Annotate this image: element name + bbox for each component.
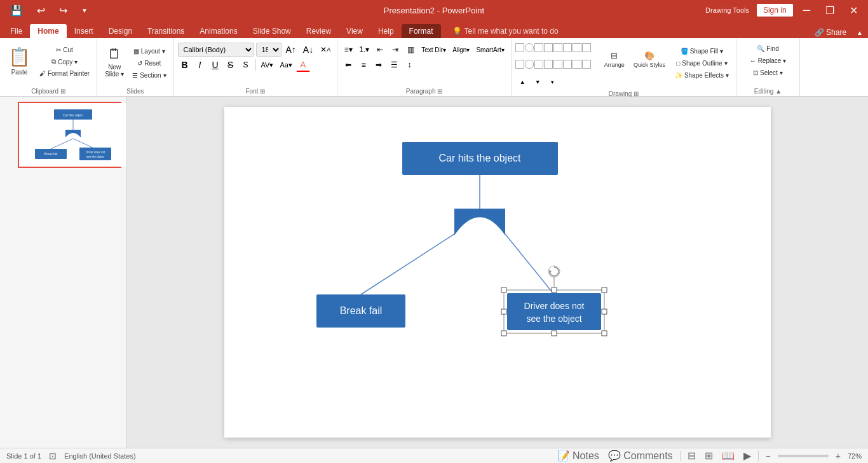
minimize-btn[interactable]: ─	[798, 3, 815, 17]
tab-help[interactable]: Help	[370, 24, 402, 38]
line-spacing-btn[interactable]: ↕	[402, 58, 416, 72]
slide-sorter-btn[interactable]: ⊞	[703, 450, 715, 462]
notes-btn[interactable]: 📝 Notes	[555, 450, 601, 462]
layout-btn[interactable]: ▦ Layout ▾	[129, 46, 169, 57]
columns-btn[interactable]: ▥	[403, 43, 417, 57]
shape-penta[interactable]	[573, 60, 581, 69]
zoom-slider[interactable]	[778, 455, 829, 457]
redo-btn[interactable]: ↪	[54, 3, 72, 18]
customize-btn[interactable]: ▼	[76, 6, 93, 15]
handle-br[interactable]	[602, 331, 607, 336]
handle-tr[interactable]	[602, 287, 607, 293]
tab-transitions[interactable]: Transitions	[140, 24, 192, 38]
handle-bm[interactable]	[552, 331, 557, 336]
shape-fill-btn[interactable]: 🪣 Shape Fill ▾	[672, 46, 732, 57]
numbering-btn[interactable]: 1.▾	[356, 43, 372, 57]
tab-animations[interactable]: Animations	[192, 24, 245, 38]
shape-arrow[interactable]	[573, 43, 581, 52]
underline-btn[interactable]: U	[208, 58, 222, 72]
shape-dia[interactable]	[563, 60, 572, 69]
strikethrough-btn[interactable]: S	[224, 58, 238, 72]
shape-c1[interactable]	[582, 60, 591, 69]
shape-rect[interactable]	[515, 43, 524, 52]
paste-btn[interactable]: 📋Paste	[4, 42, 35, 80]
justify-btn[interactable]: ☰	[387, 58, 401, 72]
right-box-rect[interactable]	[507, 293, 601, 330]
find-btn[interactable]: 🔍 Find	[747, 43, 790, 54]
zoom-in-btn[interactable]: +	[834, 451, 843, 461]
arch-shape[interactable]	[454, 209, 505, 235]
rotate-handle[interactable]	[548, 266, 560, 277]
tab-review[interactable]: Review	[299, 24, 339, 38]
reset-btn[interactable]: ↺ Reset	[129, 58, 169, 69]
arrange-btn[interactable]: ⊟ Arrange	[600, 43, 628, 75]
font-size-select[interactable]: 18	[256, 43, 281, 57]
slideshow-btn[interactable]: ▶	[742, 450, 753, 462]
smartart-btn[interactable]: SmartArt▾	[473, 43, 506, 57]
save-icon-btn[interactable]: 💾	[5, 3, 28, 18]
shapes-scroll-up[interactable]: ▲	[515, 75, 530, 89]
align-left-btn[interactable]: ⬅	[341, 58, 355, 72]
zoom-level[interactable]: 72%	[848, 452, 862, 460]
decrease-font-btn[interactable]: A↓	[301, 43, 316, 57]
align-text-btn[interactable]: Align▾	[450, 43, 472, 57]
increase-font-btn[interactable]: A↑	[283, 43, 299, 57]
tab-home[interactable]: Home	[30, 24, 66, 38]
shape-tri[interactable]	[544, 43, 553, 52]
shape-flag[interactable]	[534, 60, 543, 69]
shape-rect2[interactable]	[534, 43, 543, 52]
reading-view-btn[interactable]: 📖	[720, 450, 736, 462]
tab-format[interactable]: Format	[402, 24, 441, 38]
undo-btn[interactable]: ↩	[32, 3, 50, 18]
close-btn[interactable]: ✕	[844, 3, 863, 18]
clear-format-btn[interactable]: ✕A	[318, 43, 333, 57]
font-name-select[interactable]: Calibri (Body)	[178, 43, 254, 57]
fit-icon[interactable]: ⊡	[49, 451, 57, 461]
increase-indent-btn[interactable]: ⇥	[388, 43, 402, 57]
handle-tl[interactable]	[501, 287, 506, 293]
handle-tm[interactable]	[552, 287, 557, 293]
handle-mr[interactable]	[602, 309, 607, 314]
shapes-more[interactable]: ▾	[546, 75, 560, 89]
select-btn[interactable]: ⊡ Select ▾	[747, 67, 790, 78]
tab-design[interactable]: Design	[101, 24, 140, 38]
copy-btn[interactable]: ⧉ Copy ▾	[36, 56, 93, 67]
new-slide-btn[interactable]: 🗒NewSlide ▾	[101, 43, 128, 80]
text-direction-btn[interactable]: Text Dir▾	[419, 43, 449, 57]
tell-me-btn[interactable]: 💡 Tell me what you want to do	[446, 24, 565, 38]
align-right-btn[interactable]: ➡	[372, 58, 386, 72]
slide-canvas[interactable]: Car hits the object Break fail Driver do…	[127, 97, 868, 448]
sign-in-btn[interactable]: Sign in	[757, 4, 793, 17]
handle-ml[interactable]	[501, 309, 506, 314]
shape-cloud[interactable]	[525, 60, 534, 69]
replace-btn[interactable]: ↔ Replace ▾	[747, 55, 790, 66]
slide-thumbnail[interactable]: Car hits object Break fail Driver	[18, 102, 121, 168]
align-center-btn[interactable]: ≡	[356, 58, 370, 72]
collapse-ribbon-btn[interactable]: ▲	[851, 28, 868, 38]
share-btn[interactable]: 🔗 Share	[810, 27, 851, 38]
tab-view[interactable]: View	[339, 24, 370, 38]
char-spacing-btn[interactable]: AV▾	[259, 58, 276, 72]
text-case-btn[interactable]: Aa▾	[277, 58, 294, 72]
shape-para[interactable]	[553, 43, 562, 52]
tab-file[interactable]: File	[3, 24, 30, 38]
quick-styles-btn[interactable]: 🎨 Quick Styles	[630, 43, 669, 75]
decrease-indent-btn[interactable]: ⇤	[373, 43, 387, 57]
shape-round[interactable]	[525, 43, 534, 52]
shape-effects-btn[interactable]: ✨ Shape Effects ▾	[672, 70, 732, 81]
shapes-scroll-down[interactable]: ▼	[531, 75, 545, 89]
restore-btn[interactable]: ❐	[820, 3, 839, 18]
bold-btn[interactable]: B	[178, 58, 192, 72]
shape-star[interactable]	[582, 43, 591, 52]
section-btn[interactable]: ☰ Section ▾	[129, 70, 169, 81]
comments-btn[interactable]: 💬 Comments	[606, 450, 675, 462]
format-painter-btn[interactable]: 🖌 Format Painter	[36, 68, 93, 79]
cut-btn[interactable]: ✂ Cut	[36, 45, 93, 55]
shape-check[interactable]	[544, 60, 553, 69]
normal-view-btn[interactable]: ⊟	[686, 450, 698, 462]
shape-cross[interactable]	[553, 60, 562, 69]
italic-btn[interactable]: I	[193, 58, 207, 72]
shadow-btn[interactable]: S	[239, 58, 253, 72]
bullets-btn[interactable]: ≡▾	[341, 43, 355, 57]
shape-line[interactable]	[563, 43, 572, 52]
